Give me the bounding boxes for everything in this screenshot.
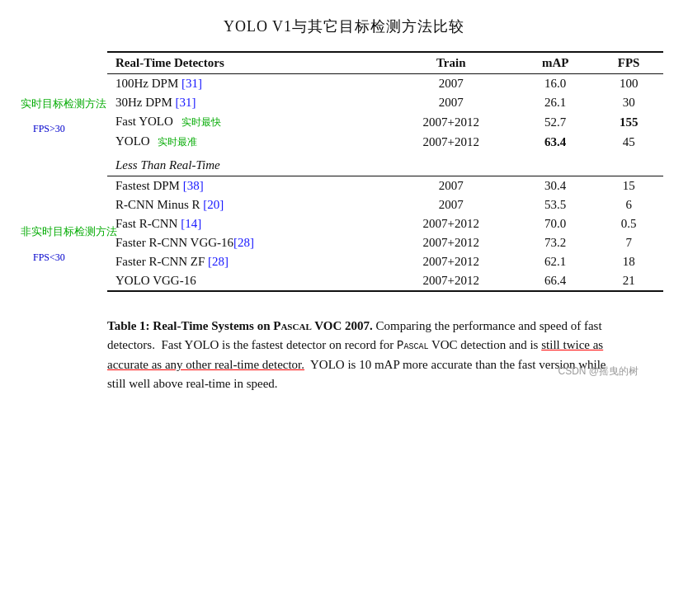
caption-bold-prefix: Table 1: Real-Time Systems on Pascal VOC… — [107, 319, 373, 332]
reference-link[interactable]: [14] — [181, 217, 201, 230]
detector-name: 30Hz DPM [31] — [107, 93, 385, 112]
table-row: Fast YOLO 实时最快 2007+2012 52.7 155 — [107, 112, 663, 132]
fps-value: 7 — [594, 233, 663, 252]
table-row: Faster R-CNN VGG-16[28] 2007+2012 73.2 7 — [107, 233, 663, 252]
train-year: 2007 — [385, 74, 516, 94]
table-row: R-CNN Minus R [20] 2007 53.5 6 — [107, 195, 663, 214]
map-value: 30.4 — [516, 176, 594, 196]
table-row: 100Hz DPM [31] 2007 16.0 100 — [107, 74, 663, 94]
col-header-train: Train — [385, 52, 516, 74]
train-year: 2007+2012 — [385, 233, 516, 252]
best-annotation: 实时最准 — [158, 136, 197, 148]
comparison-table: Real-Time Detectors Train mAP FPS 100Hz … — [107, 51, 663, 292]
fps30-annotation: FPS>30 — [33, 123, 65, 135]
fps-value: 21 — [594, 271, 663, 291]
reference-link[interactable]: [28] — [233, 236, 254, 249]
page-title: YOLO V1与其它目标检测方法比较 — [25, 16, 663, 36]
detector-name: YOLO 实时最准 — [107, 132, 385, 152]
fps-value: 0.5 — [594, 214, 663, 233]
map-value: 52.7 — [516, 112, 594, 132]
train-year: 2007 — [385, 176, 516, 196]
reference-link[interactable]: [20] — [203, 198, 224, 211]
table-row: Fast R-CNN [14] 2007+2012 70.0 0.5 — [107, 214, 663, 233]
table-row: YOLO VGG-16 2007+2012 66.4 21 — [107, 271, 663, 291]
reference-link[interactable]: [31] — [176, 96, 196, 109]
map-value: 66.4 — [516, 271, 594, 291]
table-row: 30Hz DPM [31] 2007 26.1 30 — [107, 93, 663, 112]
fps-value: 45 — [594, 132, 663, 152]
detector-name: 100Hz DPM [31] — [107, 74, 385, 94]
col-header-fps: FPS — [594, 52, 663, 74]
fps-value: 18 — [594, 252, 663, 271]
underlined-text: still twice as accurate as any other rea… — [107, 338, 603, 371]
detector-name: Faster R-CNN VGG-16[28] — [107, 233, 385, 252]
reference-link[interactable]: [31] — [181, 77, 202, 90]
caption-title: Real-Time Systems on Pascal VOC 2007. — [153, 319, 372, 332]
reference-link[interactable]: [28] — [208, 255, 229, 268]
map-value: 16.0 — [516, 74, 594, 94]
map-value: 26.1 — [516, 93, 594, 112]
watermark-label: CSDN @摇曳的树 — [558, 364, 639, 379]
fps-value: 6 — [594, 195, 663, 214]
train-year: 2007+2012 — [385, 112, 516, 132]
table-wrapper: 实时目标检测方法 FPS>30 非实时目标检测方法 FPS<30 Real-Ti… — [25, 51, 663, 292]
table-row: Faster R-CNN ZF [28] 2007+2012 62.1 18 — [107, 252, 663, 271]
fps-value: 30 — [594, 93, 663, 112]
detector-name: YOLO VGG-16 — [107, 271, 385, 291]
col-header-detector: Real-Time Detectors — [107, 52, 385, 74]
fps-value: 155 — [594, 112, 663, 132]
train-year: 2007+2012 — [385, 132, 516, 152]
train-year: 2007+2012 — [385, 214, 516, 233]
map-value: 53.5 — [516, 195, 594, 214]
realtime-annotation: 实时目标检测方法 — [21, 96, 106, 111]
detector-name: Faster R-CNN ZF [28] — [107, 252, 385, 271]
fastest-annotation: 实时最快 — [181, 116, 221, 128]
detector-name: Fastest DPM [38] — [107, 176, 385, 196]
train-year: 2007+2012 — [385, 252, 516, 271]
detector-name: R-CNN Minus R [20] — [107, 195, 385, 214]
col-header-map: mAP — [516, 52, 594, 74]
section-header-row: Less Than Real-Time — [107, 152, 663, 176]
table-row: YOLO 实时最准 2007+2012 63.4 45 — [107, 132, 663, 152]
detector-name: Fast YOLO 实时最快 — [107, 112, 385, 132]
map-value: 62.1 — [516, 252, 594, 271]
train-year: 2007 — [385, 195, 516, 214]
table-row: Fastest DPM [38] 2007 30.4 15 — [107, 176, 663, 196]
map-value: 73.2 — [516, 233, 594, 252]
detector-name: Fast R-CNN [14] — [107, 214, 385, 233]
map-value: 70.0 — [516, 214, 594, 233]
map-value: 63.4 — [516, 132, 594, 152]
section-header-label: Less Than Real-Time — [107, 152, 663, 176]
fps-value: 100 — [594, 74, 663, 94]
nonrealtime-annotation: 非实时目标检测方法 — [21, 224, 117, 239]
table-caption: Table 1: Real-Time Systems on Pascal VOC… — [25, 317, 627, 393]
fps-value: 15 — [594, 176, 663, 196]
train-year: 2007 — [385, 93, 516, 112]
fps30b-annotation: FPS<30 — [33, 252, 65, 264]
train-year: 2007+2012 — [385, 271, 516, 291]
reference-link[interactable]: [38] — [183, 179, 204, 192]
